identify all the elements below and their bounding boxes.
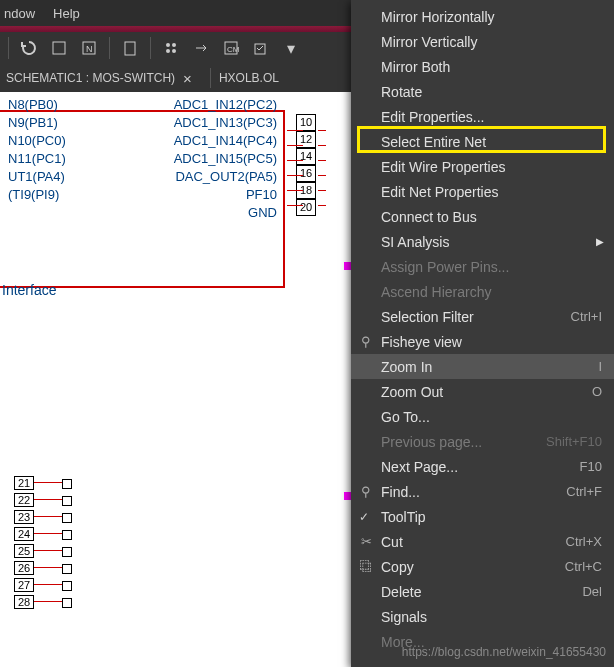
undo-icon[interactable] [17,36,41,60]
menu-shortcut: O [592,384,602,399]
menu-item-mirror-both[interactable]: Mirror Both [351,54,614,79]
tab-schematic[interactable]: SCHEMATIC1 : MOS-SWITCH) × [6,70,192,87]
menu-label: Copy [381,559,565,575]
menu-item-si-analysis[interactable]: SI Analysis▶ [351,229,614,254]
menu-item-edit-net-properties[interactable]: Edit Net Properties [351,179,614,204]
svg-point-5 [172,43,176,47]
menu-icon: ⚲ [357,334,375,349]
menu-label: Zoom Out [381,384,592,400]
menu-label: SI Analysis [381,234,602,250]
menu-label: Selection Filter [381,309,571,325]
svg-point-7 [172,49,176,53]
menu-shortcut: Ctrl+C [565,559,602,574]
interface-label: Interface [2,282,56,298]
menu-label: Delete [381,584,582,600]
menu-item-next-page[interactable]: Next Page...F10 [351,454,614,479]
dropdown-icon[interactable]: ▾ [279,36,303,60]
menu-label: Zoom In [381,359,598,375]
menu-label: Find... [381,484,566,500]
tool-icon-2[interactable]: N [77,36,101,60]
menu-icon: ⿻ [357,559,375,574]
menu-item-selection-filter[interactable]: Selection FilterCtrl+I [351,304,614,329]
menu-shortcut: Ctrl+I [571,309,602,324]
menu-label: Mirror Vertically [381,34,602,50]
menu-item-rotate[interactable]: Rotate [351,79,614,104]
menu-shortcut: Del [582,584,602,599]
menu-item-go-to[interactable]: Go To... [351,404,614,429]
menu-item-fisheye-view[interactable]: ⚲Fisheye view [351,329,614,354]
menu-label: Ascend Hierarchy [381,284,602,300]
menu-shortcut: Ctrl+X [566,534,602,549]
menu-window[interactable]: ndow [4,6,35,21]
tool-icon-6[interactable]: CM [219,36,243,60]
menu-label: Mirror Horizontally [381,9,602,25]
menu-label: Go To... [381,409,602,425]
menu-item-find[interactable]: ⚲Find...Ctrl+F [351,479,614,504]
tool-icon-3[interactable] [118,36,142,60]
pin-num: 10 [296,114,316,131]
menu-item-tooltip[interactable]: ✓ToolTip [351,504,614,529]
menu-item-select-entire-net[interactable]: Select Entire Net [351,129,614,154]
tool-icon-1[interactable] [47,36,71,60]
tab-hxolb[interactable]: HXOLB.OL [219,71,279,85]
menu-item-zoom-out[interactable]: Zoom OutO [351,379,614,404]
tool-icon-7[interactable] [249,36,273,60]
pin-num: 20 [296,199,316,216]
menu-label: Rotate [381,84,602,100]
menu-item-connect-to-bus[interactable]: Connect to Bus [351,204,614,229]
pin-num: 16 [296,165,316,182]
close-icon[interactable]: × [183,70,192,87]
menu-label: Cut [381,534,566,550]
menu-item-zoom-in[interactable]: Zoom InI [351,354,614,379]
svg-point-6 [166,49,170,53]
menu-icon: ✂ [357,534,375,549]
menu-shortcut: Shift+F10 [546,434,602,449]
menu-label: Edit Net Properties [381,184,602,200]
menu-label: ToolTip [381,509,602,525]
menu-item-cut[interactable]: ✂CutCtrl+X [351,529,614,554]
menu-item-assign-power-pins: Assign Power Pins... [351,254,614,279]
menu-item-ascend-hierarchy: Ascend Hierarchy [351,279,614,304]
context-menu: Mirror HorizontallyMirror VerticallyMirr… [351,0,614,667]
pin-col-right: ADC1_IN12(PC2) ADC1_IN13(PC3) ADC1_IN14(… [174,96,277,222]
menu-item-edit-properties[interactable]: Edit Properties... [351,104,614,129]
svg-text:CM: CM [227,45,239,54]
menu-label: Next Page... [381,459,580,475]
menu-label: Fisheye view [381,334,602,350]
menu-icon: ⚲ [357,484,375,499]
menu-item-previous-page: Previous page...Shift+F10 [351,429,614,454]
menu-label: Select Entire Net [381,134,602,150]
svg-rect-3 [125,42,135,55]
menu-item-copy[interactable]: ⿻CopyCtrl+C [351,554,614,579]
watermark: https://blog.csdn.net/weixin_41655430 [402,645,606,659]
menu-label: Edit Wire Properties [381,159,602,175]
menu-item-signals[interactable]: Signals [351,604,614,629]
menu-label: Connect to Bus [381,209,602,225]
pin-col-left: N8(PB0) N9(PB1) N10(PC0) N11(PC1) UT1(PA… [8,96,66,222]
pin-num: 14 [296,148,316,165]
menu-label: Signals [381,609,602,625]
svg-point-4 [166,43,170,47]
menu-shortcut: F10 [580,459,602,474]
menu-shortcut: Ctrl+F [566,484,602,499]
menu-label: Mirror Both [381,59,602,75]
svg-text:N: N [86,44,93,54]
check-icon: ✓ [359,510,369,524]
svg-rect-0 [53,42,65,54]
menu-item-edit-wire-properties[interactable]: Edit Wire Properties [351,154,614,179]
menu-label: Previous page... [381,434,546,450]
menu-help[interactable]: Help [53,6,80,21]
menu-shortcut: I [598,359,602,374]
menu-label: Assign Power Pins... [381,259,602,275]
menu-item-mirror-horizontally[interactable]: Mirror Horizontally [351,4,614,29]
tool-icon-5[interactable] [189,36,213,60]
menu-label: Edit Properties... [381,109,602,125]
menu-item-mirror-vertically[interactable]: Mirror Vertically [351,29,614,54]
chevron-right-icon: ▶ [596,236,604,247]
tool-icon-4[interactable] [159,36,183,60]
menu-item-delete[interactable]: DeleteDel [351,579,614,604]
